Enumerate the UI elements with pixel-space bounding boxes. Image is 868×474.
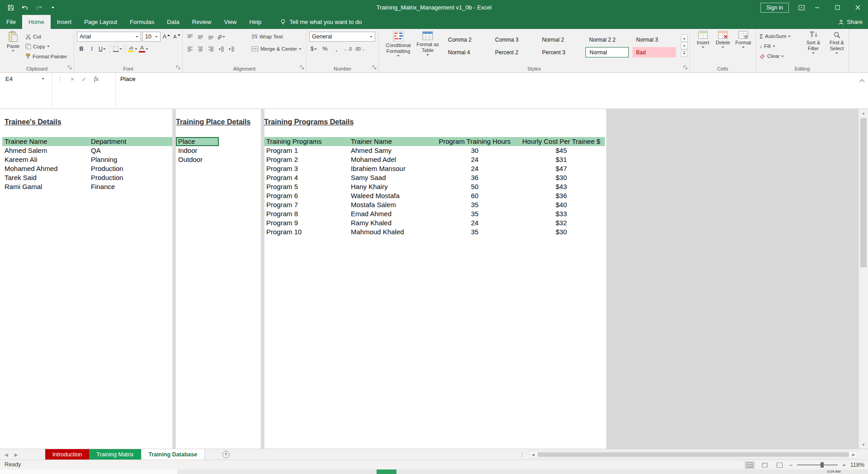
autosum-button[interactable]: Σ AutoSum	[760, 32, 791, 41]
vertical-scrollbar-thumb[interactable]	[860, 118, 867, 267]
underline-button[interactable]: U	[98, 44, 107, 54]
cell-style-option[interactable]: Normal 2	[538, 34, 582, 45]
comma-style-button[interactable]: ,	[332, 44, 341, 54]
data-cell[interactable]: Program 4	[264, 173, 349, 182]
collapse-formula-bar-icon[interactable]	[860, 77, 864, 85]
borders-button[interactable]	[113, 44, 122, 54]
data-cell[interactable]: $30	[518, 228, 605, 237]
column-header-cell[interactable]: Program Training Hours	[432, 137, 518, 146]
data-cell[interactable]: Indoor	[176, 146, 219, 155]
font-size-select[interactable]: 10	[142, 32, 160, 42]
new-sheet-icon[interactable]: +	[222, 451, 230, 458]
tab-formulas[interactable]: Formulas	[123, 15, 160, 29]
sheet-nav-right-icon[interactable]: ▶	[14, 452, 18, 457]
font-color-button[interactable]: A	[139, 44, 148, 54]
data-cell[interactable]: $36	[518, 191, 605, 200]
decrease-decimal-button[interactable]: .00→	[354, 44, 365, 54]
data-cell[interactable]: Mohamed Ahmed	[2, 164, 89, 173]
ribbon-display-options-icon[interactable]	[796, 2, 807, 13]
font-name-select[interactable]: Arial	[77, 32, 141, 42]
gallery-down-icon[interactable]: ▾	[681, 42, 688, 49]
copy-button[interactable]: Copy	[25, 42, 67, 51]
sort-filter-button[interactable]: Sort & Filter	[802, 31, 825, 54]
gallery-more-icon[interactable]: ▾	[681, 50, 688, 57]
data-cell[interactable]: $33	[518, 209, 605, 218]
data-cell[interactable]: Ahmed Salem	[2, 146, 89, 155]
page-layout-view-icon[interactable]	[760, 461, 770, 469]
data-cell[interactable]: $32	[518, 218, 605, 228]
data-cell[interactable]: Planning	[89, 155, 172, 164]
data-cell[interactable]: $40	[518, 200, 605, 209]
sheet-tab-training-database[interactable]: Training Database	[141, 449, 205, 460]
data-cell[interactable]: Rami Gamal	[2, 182, 89, 191]
name-box[interactable]: E4	[5, 76, 13, 82]
section-title-places[interactable]: Training Place Details	[176, 118, 250, 127]
data-cell[interactable]: Samy Saad	[349, 173, 432, 182]
data-cell[interactable]: $43	[518, 182, 605, 191]
data-cell[interactable]: 24	[432, 218, 518, 228]
insert-function-button[interactable]: fx	[94, 76, 99, 83]
gallery-up-icon[interactable]: ▴	[681, 34, 688, 42]
vertical-scrollbar[interactable]: ▲ ▼	[859, 109, 868, 449]
zoom-slider-thumb[interactable]	[821, 462, 824, 468]
data-cell[interactable]: 35	[432, 228, 518, 237]
increase-font-size-button[interactable]: A	[162, 32, 171, 42]
undo-icon[interactable]	[19, 2, 30, 13]
maximize-button[interactable]	[827, 0, 848, 15]
formula-cancel-button[interactable]: ×	[71, 76, 74, 83]
tab-data[interactable]: Data	[160, 15, 185, 29]
clear-button[interactable]: Clear	[760, 52, 784, 61]
data-cell[interactable]: Program 6	[264, 191, 349, 200]
scroll-right-icon[interactable]: ▶	[850, 453, 857, 457]
merge-center-button[interactable]: Merge & Center	[251, 44, 302, 54]
decrease-font-size-button[interactable]: A	[172, 32, 181, 42]
tab-insert[interactable]: Insert	[51, 15, 78, 29]
cell-style-option[interactable]: Normal 4	[444, 47, 488, 57]
clipboard-dialog-launcher-icon[interactable]	[67, 65, 72, 70]
data-cell[interactable]: Ramy Khaled	[349, 218, 432, 228]
cell-style-option[interactable]: Percent 2	[491, 47, 535, 57]
tab-file[interactable]: File	[0, 15, 22, 29]
qat-customize-icon[interactable]	[47, 2, 58, 13]
data-cell[interactable]: Tarek Said	[2, 173, 89, 182]
horizontal-scrollbar-thumb[interactable]	[538, 452, 849, 457]
formula-bar-handle-icon[interactable]: ⋮	[57, 76, 63, 83]
data-cell[interactable]: 35	[432, 209, 518, 218]
data-cell[interactable]: 30	[432, 146, 518, 155]
tab-page-layout[interactable]: Page Layout	[78, 15, 123, 29]
share-button[interactable]: Share	[838, 15, 863, 29]
decrease-indent-icon[interactable]	[217, 44, 226, 54]
align-top-icon[interactable]	[185, 32, 194, 42]
normal-view-icon[interactable]	[745, 461, 755, 469]
tab-review[interactable]: Review	[186, 15, 218, 29]
zoom-out-icon[interactable]: −	[789, 462, 793, 469]
increase-decimal-button[interactable]: ←.0	[343, 44, 352, 54]
data-cell[interactable]: Hany Khairy	[349, 182, 432, 191]
data-cell[interactable]: Program 10	[264, 228, 349, 237]
redo-icon[interactable]	[33, 2, 44, 13]
data-cell[interactable]: Program 2	[264, 155, 349, 164]
fill-button[interactable]: ↓ Fill	[760, 42, 775, 51]
align-middle-icon[interactable]	[196, 32, 205, 42]
cell-style-option[interactable]: Bad	[632, 47, 676, 57]
worksheet[interactable]: Trainee's Details Training Place Details…	[0, 109, 859, 449]
column-header-cell[interactable]: Training Programs	[264, 137, 349, 146]
scroll-down-icon[interactable]: ▼	[859, 441, 868, 449]
number-format-select[interactable]: General	[309, 32, 375, 42]
column-header-cell[interactable]: Department	[89, 137, 172, 146]
tab-help[interactable]: Help	[243, 15, 268, 29]
data-cell[interactable]: Ahmed Samy	[349, 146, 432, 155]
data-cell[interactable]: Program 7	[264, 200, 349, 209]
cell-style-option[interactable]: Percent 3	[538, 47, 582, 57]
align-bottom-icon[interactable]	[206, 32, 215, 42]
data-cell[interactable]: Waleed Mostafa	[349, 191, 432, 200]
percent-style-button[interactable]: %	[321, 44, 330, 54]
increase-indent-icon[interactable]	[227, 44, 236, 54]
align-right-icon[interactable]	[206, 44, 215, 54]
format-painter-button[interactable]: Format Painter	[25, 52, 67, 61]
data-cell[interactable]: Outdoor	[176, 155, 219, 164]
horizontal-scrollbar[interactable]: ◀ ▶	[529, 451, 858, 458]
scroll-up-icon[interactable]: ▲	[859, 109, 868, 117]
tell-me-box[interactable]: Tell me what you want to do	[280, 15, 362, 29]
column-header-cell[interactable]: Place	[176, 137, 219, 146]
